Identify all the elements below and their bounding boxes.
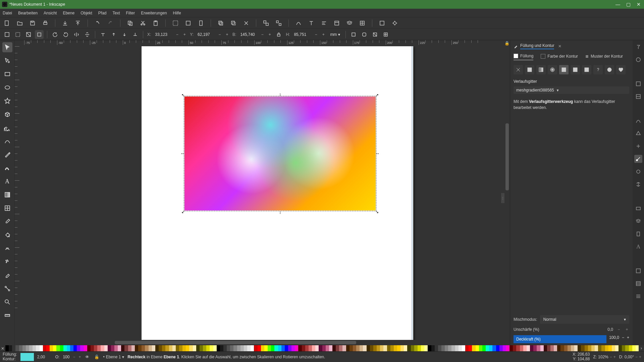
palette-swatch[interactable] xyxy=(9,345,12,351)
palette-swatch[interactable] xyxy=(210,345,213,351)
palette-swatch[interactable] xyxy=(179,345,182,351)
palette-swatch[interactable] xyxy=(482,345,486,351)
palette-swatch[interactable] xyxy=(465,345,469,351)
palette-swatch[interactable] xyxy=(213,345,217,351)
window-close-button[interactable]: ✕ xyxy=(637,2,641,7)
palette-swatch[interactable] xyxy=(367,345,370,351)
palette-swatch[interactable] xyxy=(380,345,383,351)
palette-swatch[interactable] xyxy=(70,345,73,351)
deselect-button[interactable] xyxy=(24,30,33,39)
palette-swatch[interactable] xyxy=(220,345,223,351)
layer-lock-toggle[interactable]: 🔓 xyxy=(94,354,100,360)
horizontal-scrollbar[interactable] xyxy=(21,340,504,345)
palette-swatch[interactable] xyxy=(165,345,169,351)
palette-swatch[interactable] xyxy=(50,345,53,351)
unit-select[interactable]: mm▾ xyxy=(328,32,342,37)
palette-swatch[interactable] xyxy=(332,345,336,351)
palette-swatch[interactable] xyxy=(459,345,462,351)
palette-swatch[interactable] xyxy=(305,345,309,351)
palette-swatch[interactable] xyxy=(503,345,506,351)
palette-swatch[interactable] xyxy=(550,345,554,351)
layer-visibility-toggle[interactable]: 👁 xyxy=(84,354,90,360)
rotation-control[interactable]: D:0,00° −+ xyxy=(619,355,641,359)
preferences-button[interactable] xyxy=(390,19,399,27)
palette-swatch[interactable] xyxy=(131,345,135,351)
spray-tool[interactable] xyxy=(2,257,12,267)
stroke-style-tab[interactable]: ≣Muster der Kontur xyxy=(585,54,623,60)
fill-none-button[interactable] xyxy=(514,65,523,74)
fill-linear-button[interactable] xyxy=(536,65,546,74)
palette-swatch[interactable] xyxy=(172,345,176,351)
move-gradient-button[interactable] xyxy=(371,30,379,39)
vertical-guide[interactable] xyxy=(412,46,412,340)
group-button[interactable] xyxy=(262,19,270,27)
palette-swatch[interactable] xyxy=(138,345,142,351)
menu-item[interactable]: Ansicht xyxy=(44,11,57,15)
palette-swatch[interactable] xyxy=(588,345,591,351)
palette-swatch[interactable] xyxy=(114,345,118,351)
palette-swatch[interactable] xyxy=(342,345,346,351)
palette-swatch[interactable] xyxy=(356,345,360,351)
palette-swatch[interactable] xyxy=(264,345,268,351)
palette-swatch[interactable] xyxy=(281,345,285,351)
zoom-selection-button[interactable] xyxy=(171,19,180,27)
scale-handle-w[interactable]: ↔ xyxy=(180,152,184,156)
scale-handle-nw[interactable]: ↖ xyxy=(181,93,185,97)
menu-item[interactable]: Erweiterungen xyxy=(141,11,167,15)
vertical-scrollbar[interactable] xyxy=(504,46,510,340)
palette-swatch[interactable] xyxy=(629,345,632,351)
palette-swatch[interactable] xyxy=(499,345,503,351)
menu-item[interactable]: Text xyxy=(113,11,120,15)
palette-swatch[interactable] xyxy=(581,345,584,351)
palette-swatch[interactable] xyxy=(22,345,26,351)
h-increment[interactable]: + xyxy=(321,31,326,38)
palette-swatch[interactable] xyxy=(605,345,608,351)
spiral-tool[interactable] xyxy=(2,123,12,133)
scale-handle-n[interactable]: ↕ xyxy=(278,93,282,97)
horizontal-ruler[interactable]: -75-50-250255075100125150175200225250 xyxy=(21,40,504,46)
scale-handle-s[interactable]: ↕ xyxy=(278,210,282,215)
palette-swatch[interactable] xyxy=(424,345,428,351)
rotate-ccw-button[interactable] xyxy=(51,30,59,39)
palette-swatch[interactable] xyxy=(394,345,397,351)
palette-swatch[interactable] xyxy=(162,345,165,351)
palette-swatch[interactable] xyxy=(312,345,315,351)
stroke-width-value[interactable]: 2,00 xyxy=(37,355,52,359)
panel-close-button[interactable]: ✕ xyxy=(558,44,561,49)
palette-swatch[interactable] xyxy=(91,345,94,351)
palette-swatch[interactable] xyxy=(557,345,560,351)
fill-preview-swatch[interactable] xyxy=(20,353,34,361)
h-decrement[interactable]: − xyxy=(313,31,319,38)
palette-swatch[interactable] xyxy=(336,345,339,351)
tweak-tool[interactable] xyxy=(2,243,12,253)
export-button[interactable] xyxy=(73,19,82,27)
dock-icon[interactable] xyxy=(634,204,642,213)
measure-tool[interactable] xyxy=(2,310,12,320)
vertical-ruler[interactable] xyxy=(15,46,21,340)
palette-swatch[interactable] xyxy=(118,345,121,351)
palette-swatch[interactable] xyxy=(285,345,288,351)
menu-item[interactable]: Datei xyxy=(3,11,12,15)
opacity-decrement[interactable]: − xyxy=(622,335,624,340)
palette-swatch[interactable] xyxy=(441,345,445,351)
palette-swatch[interactable] xyxy=(608,345,612,351)
palette-swatch[interactable] xyxy=(12,345,15,351)
palette-swatch[interactable] xyxy=(251,345,254,351)
palette-swatch[interactable] xyxy=(67,345,70,351)
raise-top-button[interactable] xyxy=(99,30,107,39)
palette-swatch[interactable] xyxy=(268,345,271,351)
print-button[interactable] xyxy=(41,19,50,27)
connector-tool[interactable] xyxy=(2,284,12,294)
x-increment[interactable]: + xyxy=(182,31,187,38)
fill-unknown-button[interactable]: ? xyxy=(593,65,603,74)
select-all-button[interactable] xyxy=(13,30,22,39)
palette-swatch[interactable] xyxy=(309,345,312,351)
palette-swatch[interactable] xyxy=(223,345,227,351)
palette-swatch[interactable] xyxy=(537,345,540,351)
lower-bottom-button[interactable] xyxy=(131,30,140,39)
palette-swatch[interactable] xyxy=(298,345,302,351)
scale-handle-ne[interactable]: ↗ xyxy=(375,93,379,97)
palette-swatch[interactable] xyxy=(53,345,56,351)
palette-swatch[interactable] xyxy=(73,345,77,351)
selectors-dialog-button[interactable] xyxy=(378,19,386,27)
